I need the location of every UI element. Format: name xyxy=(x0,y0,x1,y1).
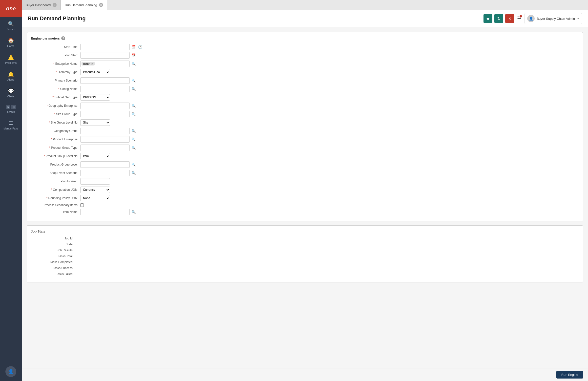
site-group-type-search-btn[interactable]: 🔍 xyxy=(131,112,136,117)
geography-enterprise-label: * Geography Enterprise: xyxy=(31,104,80,107)
start-time-row: Start Time: 📅 🕐 xyxy=(31,44,579,50)
tab-run-demand-planning-close[interactable]: ✕ xyxy=(99,3,103,7)
chats-icon: 💬 xyxy=(8,88,14,94)
tab-run-demand-planning[interactable]: Run Demand Planning ✕ xyxy=(61,0,107,10)
site-group-level-no-select[interactable]: Site Region Division xyxy=(80,119,110,126)
hierarchy-type-select[interactable]: Product-Geo Geo-Product xyxy=(80,69,110,75)
geography-enterprise-input[interactable] xyxy=(80,103,130,109)
alerts-icon: 🔔 xyxy=(8,71,14,77)
start-time-input[interactable] xyxy=(80,44,130,50)
process-secondary-items-checkbox[interactable] xyxy=(80,203,84,207)
start-time-label: Start Time: xyxy=(31,45,80,49)
help-icon[interactable]: ? xyxy=(61,36,65,40)
start-time-calendar-btn[interactable]: 📅 xyxy=(131,44,136,49)
sidebar-item-alerts[interactable]: 🔔 Alerts xyxy=(0,68,22,85)
sidebar-item-chats[interactable]: 💬 Chats xyxy=(0,85,22,101)
user-dropdown[interactable]: 👤 Buyer Supply Chain Admin ▼ xyxy=(525,13,582,24)
app-logo[interactable]: one xyxy=(0,0,22,17)
sidebar-item-menus-favs[interactable]: ☰ Menus/Favs xyxy=(0,117,22,133)
product-group-level-group: 🔍 xyxy=(80,161,136,168)
product-group-level-search-btn[interactable]: 🔍 xyxy=(131,162,136,167)
switch-icon-1: ▣ xyxy=(6,105,10,109)
product-group-type-input[interactable] xyxy=(80,145,130,151)
process-secondary-items-label: Process Secondary Items: xyxy=(31,203,80,207)
product-enterprise-row: * Product Enterprise: 🔍 xyxy=(31,136,579,143)
tag-value: HUB4 xyxy=(83,62,90,65)
plan-start-calendar-btn[interactable]: 📅 xyxy=(131,53,136,58)
product-enterprise-label: * Product Enterprise: xyxy=(31,138,80,141)
product-group-level-no-select[interactable]: Item Category Division xyxy=(80,153,110,159)
config-name-search-btn[interactable]: 🔍 xyxy=(131,86,136,91)
tab-buyer-dashboard-close[interactable]: ✕ xyxy=(53,3,57,7)
tab-bar: Buyer Dashboard ✕ Run Demand Planning ✕ xyxy=(22,0,588,10)
product-enterprise-input[interactable] xyxy=(80,136,130,143)
menu-button[interactable]: ☰ xyxy=(516,15,523,22)
sidebar-item-home[interactable]: 🏠 Home xyxy=(0,34,22,51)
rounding-policy-uom-select[interactable]: None Round Up Round Down xyxy=(80,195,110,201)
switch-icon-2: ▤ xyxy=(11,105,16,109)
product-group-type-search-btn[interactable]: 🔍 xyxy=(131,145,136,150)
config-name-label: * Config Name: xyxy=(31,87,80,91)
site-group-type-label: * Site Group Type: xyxy=(31,112,80,116)
favorite-button[interactable]: ★ xyxy=(483,14,492,23)
sidebar-item-problems[interactable]: ⚠️ Problems xyxy=(0,51,22,68)
state-row: State: xyxy=(31,243,579,246)
rounding-policy-uom-row: * Rounding Policy UOM: None Round Up Rou… xyxy=(31,195,579,201)
job-state-section: Job State Job Id: State: Job Results: Ta… xyxy=(27,225,583,282)
sidebar: one 🔍 Search 🏠 Home ⚠️ Problems 🔔 Alerts… xyxy=(0,0,22,381)
sidebar-item-switch[interactable]: ▣ ▤ Switch xyxy=(0,101,22,117)
primary-scenario-row: Primary Scenario: 🔍 xyxy=(31,77,579,84)
plan-start-row: Plan Start: 📅 xyxy=(31,52,579,59)
start-time-clock-btn[interactable]: 🕐 xyxy=(137,44,143,49)
state-label: State: xyxy=(31,243,75,246)
tab-buyer-dashboard[interactable]: Buyer Dashboard ✕ xyxy=(22,0,61,10)
site-group-level-no-row: * Site Group Level No: Site Region Divis… xyxy=(31,119,579,126)
primary-scenario-search-btn[interactable]: 🔍 xyxy=(131,78,136,83)
job-state-title: Job State xyxy=(31,230,579,233)
job-results-label: Job Results: xyxy=(31,249,75,252)
plan-horizon-label: Plan Horizon: xyxy=(31,180,80,183)
site-group-type-input[interactable] xyxy=(80,111,130,117)
product-group-level-input[interactable] xyxy=(80,161,130,168)
engine-parameters-title: Engine parameters ? xyxy=(31,36,579,40)
hierarchy-type-row: * Hierarchy Type: Product-Geo Geo-Produc… xyxy=(31,69,579,75)
geography-group-search-btn[interactable]: 🔍 xyxy=(131,128,136,133)
sidebar-item-search[interactable]: 🔍 Search xyxy=(0,17,22,34)
product-group-type-row: * Product Group Type: 🔍 xyxy=(31,145,579,151)
computation-uom-select[interactable]: Currency Units Weight xyxy=(80,187,110,193)
product-enterprise-search-btn[interactable]: 🔍 xyxy=(131,137,136,142)
subnet-geo-type-select[interactable]: DIVISION REGION TERRITORY xyxy=(80,94,110,101)
tasks-failed-row: Tasks Failed: xyxy=(31,272,579,276)
content-footer: Run Engine xyxy=(22,368,588,381)
tasks-total-label: Tasks Total: xyxy=(31,254,75,258)
geography-group-group: 🔍 xyxy=(80,128,136,134)
tasks-completed-label: Tasks Completed: xyxy=(31,260,75,264)
home-icon: 🏠 xyxy=(8,38,14,43)
snop-event-scenario-search-btn[interactable]: 🔍 xyxy=(131,170,136,175)
snop-event-scenario-input[interactable] xyxy=(80,170,130,176)
subnet-geo-type-row: * Subnet Geo Type: DIVISION REGION TERRI… xyxy=(31,94,579,101)
user-avatar-sidebar[interactable]: 👤 xyxy=(5,366,16,377)
logo-text: one xyxy=(6,5,16,12)
refresh-button[interactable]: ↻ xyxy=(494,14,503,23)
close-button[interactable]: ✕ xyxy=(505,14,514,23)
geography-group-input[interactable] xyxy=(80,128,130,134)
sidebar-label-chats: Chats xyxy=(7,95,15,98)
geography-enterprise-search-btn[interactable]: 🔍 xyxy=(131,103,136,108)
item-name-search-btn[interactable]: 🔍 xyxy=(131,210,136,214)
rounding-policy-uom-label: * Rounding Policy UOM: xyxy=(31,196,80,200)
job-id-label: Job Id: xyxy=(31,237,75,240)
tag-remove-btn[interactable]: ✕ xyxy=(91,63,93,65)
header-actions: ★ ↻ ✕ ☰ 👤 Buyer Supply Chain Admin ▼ xyxy=(483,13,582,24)
plan-start-input[interactable] xyxy=(80,52,130,59)
user-name: Buyer Supply Chain Admin xyxy=(537,17,575,21)
run-engine-button[interactable]: Run Engine xyxy=(556,371,583,379)
enterprise-name-tag-input[interactable]: HUB4 ✕ xyxy=(80,61,130,67)
item-name-input[interactable] xyxy=(80,209,130,215)
primary-scenario-input[interactable] xyxy=(80,77,130,84)
config-name-input[interactable] xyxy=(80,86,130,92)
plan-start-label: Plan Start: xyxy=(31,54,80,57)
enterprise-name-search-btn[interactable]: 🔍 xyxy=(131,61,136,66)
plan-horizon-input[interactable] xyxy=(80,178,110,185)
enterprise-name-group: HUB4 ✕ 🔍 xyxy=(80,61,136,67)
